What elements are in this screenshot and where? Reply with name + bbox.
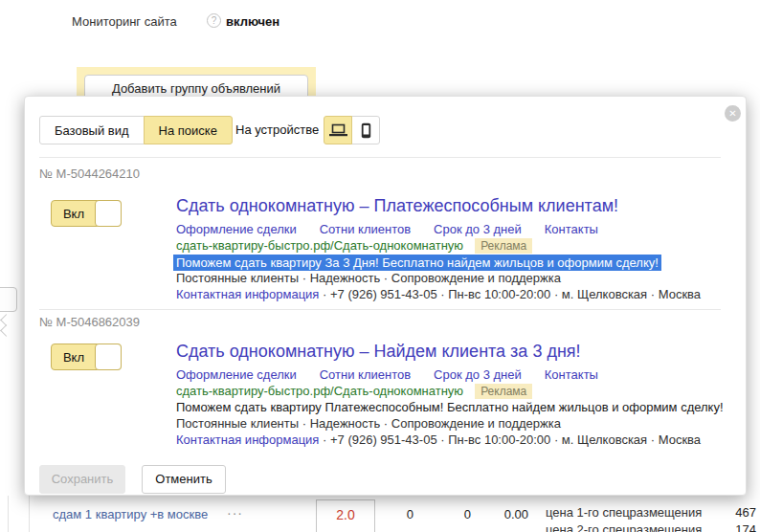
save-button[interactable]: Сохранить [39, 465, 125, 494]
site-monitoring-value: включен [226, 14, 279, 29]
ad-sitelinks: Оформление сделки Сотни клиентов Срок до… [176, 222, 598, 236]
ad-badge: Реклама [475, 238, 532, 254]
device-label: На устройстве [235, 122, 319, 137]
toggle-on-label: Вкл [52, 344, 96, 369]
ad-preview-modal: ✕ Базовый вид На поиске На устройстве [24, 96, 747, 496]
ad-title-link[interactable]: Сдать однокомнатную – Найдем клиента за … [176, 342, 581, 362]
collapsed-panel-handle [0, 287, 17, 312]
sitelink[interactable]: Срок до 3 дней [434, 367, 522, 382]
sitelink[interactable]: Оформление сделки [176, 367, 297, 382]
stat-value: 0 [383, 507, 414, 521]
toggle-on-label: Вкл [52, 201, 96, 226]
display-url-link[interactable]: сдать-квартиру-быстро.рф/Сдать-однокомна… [176, 384, 463, 398]
ad-callouts: Постоянные клиенты · Надежность · Сопров… [176, 271, 561, 285]
bid-input[interactable]: 2.0 [316, 499, 375, 532]
toggle-knob[interactable] [95, 344, 122, 370]
keyword-link[interactable]: сдам 1 квартиру +в москве [53, 507, 208, 521]
contact-info-link[interactable]: Контактная информация [176, 432, 319, 447]
smartphone-icon [361, 122, 371, 139]
sitelink[interactable]: Оформление сделки [176, 222, 297, 236]
ad-contact-row: Контактная информация · +7 (926) 951-43-… [176, 287, 701, 301]
laptop-icon [329, 123, 347, 138]
sitelink[interactable]: Сотни клиентов [320, 367, 411, 382]
ad-badge: Реклама [475, 384, 532, 399]
table-gridline [29, 496, 30, 532]
contact-info-link[interactable]: Контактная информация [176, 287, 319, 301]
divider [39, 309, 721, 310]
sitelink[interactable]: Сотни клиентов [320, 222, 411, 236]
ad-callouts: Постоянные клиенты · Надежность · Сопров… [176, 416, 561, 431]
desktop-device-button[interactable] [324, 116, 352, 144]
price-row-label: цена 2-го спецразмещения [546, 522, 702, 532]
cancel-button[interactable]: Отменить [142, 465, 226, 494]
sitelink[interactable]: Срок до 3 дней [434, 222, 522, 236]
device-toggle [324, 116, 380, 144]
keyword-menu-dots-icon[interactable]: ··· [227, 505, 243, 521]
sitelink[interactable]: Контакты [545, 367, 598, 382]
mobile-device-button[interactable] [351, 116, 380, 144]
ad-enabled-toggle[interactable]: Вкл [51, 344, 122, 370]
ad-number: № М-5046862039 [39, 315, 140, 329]
ad-contact-row: Контактная информация · +7 (926) 951-43-… [176, 432, 701, 447]
ad-number: № М-5044264210 [39, 166, 140, 181]
ad-sitelinks: Оформление сделки Сотни клиентов Срок до… [176, 367, 598, 382]
price-row-value: 467 [720, 505, 756, 520]
contact-details: · +7 (926) 951-43-05 · Пн-вс 10:00-20:00… [323, 287, 701, 301]
contact-details: · +7 (926) 951-43-05 · Пн-вс 10:00-20:00… [323, 432, 701, 447]
sitelink[interactable]: Контакты [545, 222, 598, 236]
tab-basic-view[interactable]: Базовый вид [39, 116, 145, 144]
site-monitoring-label: Мониторинг сайта [72, 14, 177, 29]
display-url-link[interactable]: сдать-квартиру-быстро.рф/Сдать-однокомна… [176, 238, 463, 253]
stat-value: 0 [438, 507, 471, 521]
ad-enabled-toggle[interactable]: Вкл [51, 200, 122, 227]
ad-title-link[interactable]: Сдать однокомнатную – Платежеспособным к… [176, 196, 618, 216]
tab-on-search[interactable]: На поиске [144, 116, 233, 144]
table-gridline [8, 496, 9, 532]
ad-url-row: сдать-квартиру-быстро.рф/Сдать-однокомна… [176, 384, 532, 399]
close-icon[interactable]: ✕ [725, 105, 741, 122]
price-row-label: цена 1-го спецразмещения [546, 505, 702, 520]
ad-url-row: сдать-квартиру-быстро.рф/Сдать-однокомна… [176, 238, 532, 254]
ad-description-selected: Поможем сдать квартиру За 3 Дня! Бесплат… [173, 255, 661, 271]
toggle-knob[interactable] [95, 200, 122, 227]
ad-description: Поможем сдать квартиру Платежеспособным!… [176, 400, 724, 414]
help-icon[interactable]: ? [207, 13, 221, 28]
price-row-value: 174 [720, 522, 756, 532]
stat-value: 0.00 [492, 507, 528, 521]
view-tabs: Базовый вид На поиске [39, 116, 233, 144]
divider [39, 157, 721, 158]
chevron-mark-icon [0, 324, 12, 337]
